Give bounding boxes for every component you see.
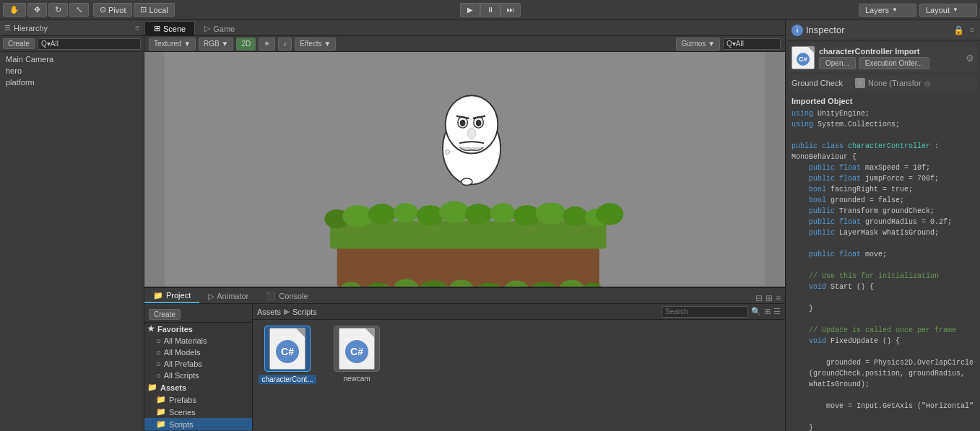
layers-dropdown[interactable]: Layers ▼ [859,4,916,17]
2d-btn[interactable]: 2D [236,38,256,51]
gizmos-search[interactable] [723,38,781,50]
project-create-btn[interactable]: Create [149,309,181,320]
breadcrumb: Assets ▶ Scripts [257,307,317,316]
hierarchy-panel: ☰ Hierarchy ≡ Create Main Camera hero pl… [0,20,144,431]
favorites-folder[interactable]: ★ Favorites [144,323,252,335]
ground-check-val: None (Transfor [868,79,922,87]
all-scripts-item[interactable]: ○ All Scripts [144,370,252,381]
bottom-collapse-icon[interactable]: ⊟ [755,293,763,303]
svg-point-6 [476,120,482,127]
hierarchy-hero[interactable]: hero [0,65,144,77]
pivot-icon: ⊙ [100,5,106,14]
execution-order-btn[interactable]: Execution Order... [859,57,929,69]
hierarchy-platform[interactable]: platform [0,77,144,88]
step-btn[interactable]: ⏭ [500,3,521,17]
character-controller-asset[interactable]: C# characterCont... [259,326,316,425]
hierarchy-search[interactable] [38,38,141,50]
all-scripts-label: All Scripts [164,371,199,380]
project-main: Assets ▶ Scripts 🔍 ⊞ ☰ [253,304,785,431]
insp-file-icon: C# [792,46,815,69]
color-space-dropdown[interactable]: RGB ▼ [199,38,233,51]
pivot-group: ⊙ Pivot ⊡ Local [93,3,175,17]
hierarchy-list: Main Camera hero platform [0,52,144,431]
svg-point-4 [460,120,466,127]
svg-point-21 [490,203,515,222]
audio-btn[interactable]: ♪ [278,38,292,51]
filter-icon[interactable]: ⊞ [764,307,771,316]
project-tab[interactable]: 📁 Project [144,289,199,303]
pause-btn[interactable]: ⏸ [480,3,500,17]
game-tab[interactable]: ▷ Game [195,21,244,35]
local-icon: ⊡ [140,5,147,14]
insp-file-badge: C# [797,53,810,66]
inspector-menu-icon[interactable]: ≡ [970,26,974,34]
move-tool-btn[interactable]: ✥ [27,3,47,17]
breadcrumb-assets[interactable]: Assets [257,308,281,316]
inspector-header: i Inspector 🔒 ≡ [786,20,980,40]
circle-icon4: ○ [156,371,161,380]
favorites-section: ★ Favorites ○ All Materials ○ All Models [144,323,252,381]
hierarchy-menu-icon[interactable]: ≡ [135,24,139,32]
hierarchy-create-btn[interactable]: Create [3,38,35,49]
insp-file-header: C# characterController Import Open... Ex… [789,43,977,72]
bottom-tabs: 📁 Project ▷ Animator ⬛ Console ⊟ ⊞ ≡ [144,288,785,304]
prefabs-label: Prefabs [169,396,196,404]
scripts-folder[interactable]: 📁 Scripts [144,418,252,430]
pivot-btn[interactable]: ⊙ Pivot [93,3,132,17]
all-models-item[interactable]: ○ All Models [144,347,252,358]
cs-badge: C# [276,340,299,363]
folder-icon2: 📁 [156,395,166,404]
folder-icon: 📁 [147,383,157,392]
assets-folder[interactable]: 📁 Assets [144,381,252,393]
scene-tab-icon: ⊞ [154,24,160,33]
local-btn[interactable]: ⊡ Local [134,3,174,17]
console-tab[interactable]: ⬛ Console [257,289,316,303]
character-controller-icon: C# [264,326,311,372]
grid-icon[interactable]: ☰ [773,307,781,316]
character-controller-label: characterCont... [259,375,316,384]
scene-tab-label: Scene [163,25,186,33]
play-btn[interactable]: ▶ [460,3,480,17]
bottom-menu-icon[interactable]: ≡ [776,293,781,303]
circle-icon2: ○ [156,348,161,357]
all-materials-item[interactable]: ○ All Materials [144,335,252,347]
breadcrumb-scripts[interactable]: Scripts [292,308,317,316]
svg-rect-13 [330,221,606,248]
layers-label: Layers [865,6,889,14]
lock-icon[interactable]: 🔒 [953,25,964,35]
hierarchy-toolbar: Create [0,36,144,52]
scale-tool-btn[interactable]: ⤡ [69,3,89,17]
lighting-btn[interactable]: ☀ [259,38,275,51]
layout-dropdown[interactable]: Layout ▼ [919,4,977,17]
newcam-badge: C# [345,340,368,363]
hand-tool-btn[interactable]: ✋ [3,3,26,17]
gear-icon[interactable]: ⚙ [966,53,974,64]
newcam-asset[interactable]: C# newcam [328,326,386,425]
project-sidebar: Create ★ Favorites ○ All Materials ○ [144,304,253,431]
rotate-tool-btn[interactable]: ↻ [48,3,68,17]
ground-check-target-icon[interactable]: ◎ [924,79,931,87]
scripts-label: Scripts [169,420,194,429]
prefabs-folder[interactable]: 📁 Prefabs [144,393,252,406]
search-icon[interactable]: 🔍 [751,307,761,316]
gizmos-btn[interactable]: Gizmos ▼ [676,38,720,51]
project-sidebar-toolbar: Create [144,307,252,323]
code-block: using UnityEngine; using System.Collecti… [792,108,974,431]
hierarchy-main-camera[interactable]: Main Camera [0,53,144,65]
scene-tab[interactable]: ⊞ Scene [144,21,195,35]
layers-arrow-icon: ▼ [892,6,898,13]
circle-icon3: ○ [156,360,161,368]
bottom-expand-icon[interactable]: ⊞ [766,293,773,303]
shading-dropdown[interactable]: Textured ▼ [149,38,196,51]
animator-tab[interactable]: ▷ Animator [199,289,257,303]
view-tabs: ⊞ Scene ▷ Game [144,20,785,36]
svg-point-18 [417,205,444,226]
effects-btn[interactable]: Effects ▼ [295,38,336,51]
scenes-folder[interactable]: 📁 Scenes [144,406,252,418]
open-btn[interactable]: Open... [819,57,856,69]
scene-view[interactable] [144,52,785,287]
folder-icon3: 📁 [156,407,166,417]
project-search-input[interactable] [662,306,748,318]
all-prefabs-item[interactable]: ○ All Prefabs [144,358,252,370]
top-toolbar: ✋ ✥ ↻ ⤡ ⊙ Pivot ⊡ Local ▶ ⏸ ⏭ Layers ▼ [0,0,980,20]
